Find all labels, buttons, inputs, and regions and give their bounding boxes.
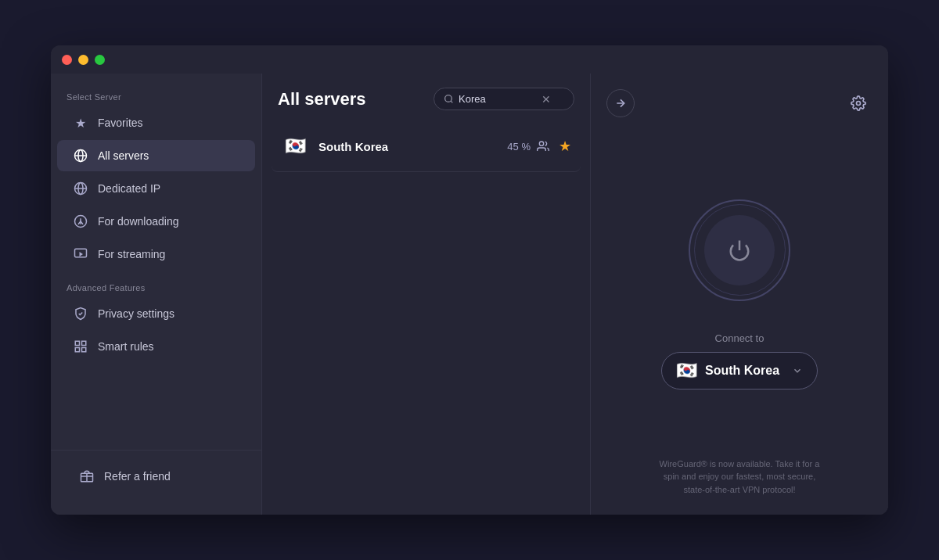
favorite-star[interactable]: ★ — [559, 138, 571, 155]
select-server-label: Select Server — [51, 86, 261, 106]
svg-line-16 — [451, 101, 452, 102]
connect-to-label: Connect to — [715, 332, 765, 344]
power-button[interactable] — [704, 215, 775, 285]
sidebar-label-dedicated-ip: Dedicated IP — [98, 182, 160, 195]
server-meta: 45 % — [507, 140, 549, 153]
server-load: 45 % — [507, 141, 531, 153]
power-ring — [689, 199, 790, 301]
main-content: Select Server ★ Favorites All servers — [51, 74, 888, 515]
users-icon — [537, 140, 549, 153]
connect-country-name: South Korea — [705, 364, 779, 378]
dedicated-icon — [73, 181, 88, 196]
connect-country-flag: 🇰🇷 — [676, 361, 697, 381]
sidebar-label-privacy-settings: Privacy settings — [98, 307, 174, 320]
sidebar-item-privacy-settings[interactable]: Privacy settings — [57, 298, 255, 329]
sidebar-item-favorites[interactable]: ★ Favorites — [57, 107, 255, 138]
app-window: Select Server ★ Favorites All servers — [51, 45, 888, 515]
south-korea-name: South Korea — [318, 140, 498, 153]
sidebar-item-for-downloading[interactable]: For downloading — [57, 206, 255, 237]
sidebar-label-all-servers: All servers — [98, 149, 149, 162]
globe-icon — [73, 148, 88, 163]
maximize-button[interactable] — [95, 55, 105, 65]
server-row[interactable]: 🇰🇷 South Korea 45 % — [272, 121, 581, 172]
download-icon — [73, 214, 88, 229]
sidebar-label-for-streaming: For streaming — [98, 248, 165, 260]
wireguard-text: WireGuard® is now available. Take it for… — [653, 458, 826, 497]
vpn-connect-panel: Connect to 🇰🇷 South Korea WireGuard® is … — [591, 74, 888, 515]
search-clear-icon[interactable]: ✕ — [541, 94, 551, 105]
svg-point-19 — [857, 102, 861, 106]
server-list-header: All servers ✕ — [262, 74, 590, 121]
smart-rules-icon — [73, 339, 88, 354]
power-button-wrap — [689, 199, 790, 301]
sidebar-item-all-servers[interactable]: All servers — [57, 140, 255, 171]
server-list-title: All servers — [278, 89, 366, 109]
connect-country-dropdown[interactable]: 🇰🇷 South Korea — [661, 352, 818, 389]
star-icon: ★ — [73, 115, 88, 131]
titlebar — [51, 45, 888, 74]
sidebar-label-for-downloading: For downloading — [98, 215, 179, 228]
back-arrow[interactable] — [606, 89, 635, 117]
server-list-body: 🇰🇷 South Korea 45 % — [262, 121, 590, 515]
streaming-icon — [73, 246, 88, 262]
sidebar-label-refer: Refer a friend — [104, 470, 171, 483]
svg-marker-7 — [80, 252, 84, 257]
sidebar-item-refer[interactable]: Refer a friend — [63, 461, 249, 492]
south-korea-flag: 🇰🇷 — [281, 132, 309, 160]
svg-point-15 — [445, 95, 452, 102]
svg-rect-10 — [75, 348, 79, 352]
settings-button[interactable] — [844, 89, 872, 117]
search-icon — [444, 94, 454, 104]
sidebar-label-smart-rules: Smart rules — [98, 340, 154, 353]
sidebar: Select Server ★ Favorites All servers — [51, 74, 262, 515]
minimize-button[interactable] — [78, 55, 88, 65]
shield-icon — [73, 306, 88, 321]
close-button[interactable] — [62, 55, 72, 65]
chevron-down-icon — [792, 365, 803, 376]
sidebar-item-for-streaming[interactable]: For streaming — [57, 239, 255, 270]
svg-rect-9 — [82, 341, 86, 345]
connect-dropdown-left: 🇰🇷 South Korea — [676, 361, 779, 381]
right-panel: All servers ✕ 🇰🇷 — [262, 74, 888, 515]
search-input[interactable] — [459, 93, 537, 105]
svg-rect-8 — [75, 341, 79, 345]
gift-icon — [79, 468, 95, 484]
sidebar-bottom: Refer a friend — [51, 450, 261, 502]
svg-rect-11 — [82, 348, 86, 352]
svg-point-17 — [539, 142, 543, 145]
sidebar-label-favorites: Favorites — [98, 117, 143, 129]
sidebar-item-dedicated-ip[interactable]: Dedicated IP — [57, 173, 255, 204]
advanced-features-label: Advanced Features — [51, 277, 261, 297]
search-bar[interactable]: ✕ — [434, 88, 574, 110]
sidebar-item-smart-rules[interactable]: Smart rules — [57, 331, 255, 362]
server-list-panel: All servers ✕ 🇰🇷 — [262, 74, 591, 515]
